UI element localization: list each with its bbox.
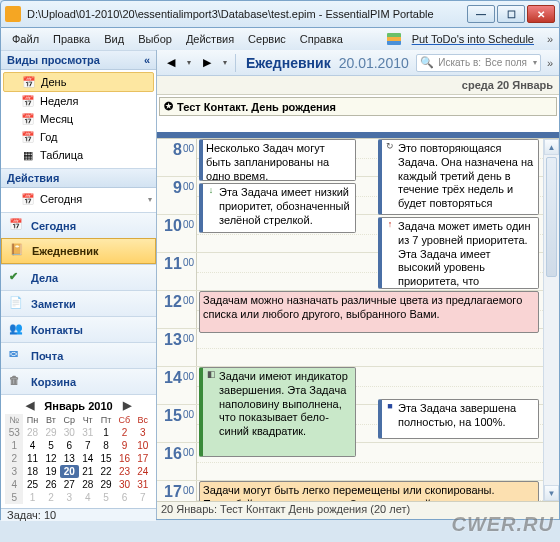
toolbar-overflow-icon[interactable]: »	[545, 52, 555, 74]
cal-day[interactable]: 29	[97, 478, 115, 491]
cal-day[interactable]: 2	[42, 491, 60, 504]
nav-Дела[interactable]: ✔Дела	[1, 264, 156, 290]
view-item-1[interactable]: 📅Неделя	[1, 92, 156, 110]
view-item-0[interactable]: 📅День	[3, 72, 154, 92]
nav-Корзина[interactable]: 🗑Корзина	[1, 368, 156, 394]
nav-Заметки[interactable]: 📄Заметки	[1, 290, 156, 316]
cal-day[interactable]: 6	[60, 439, 78, 452]
cal-day[interactable]: 28	[23, 426, 41, 439]
action-item-0[interactable]: 📅Сегодня▾	[1, 190, 156, 208]
view-item-2[interactable]: 📅Месяц	[1, 110, 156, 128]
cal-day[interactable]: 3	[60, 491, 78, 504]
appointment[interactable]: ■Эта Задача завершена полностью, на 100%…	[378, 399, 539, 439]
nav-back-drop[interactable]: ▾	[185, 53, 193, 73]
nav-Контакты[interactable]: 👥Контакты	[1, 316, 156, 342]
time-grid[interactable]: 8009001000110012001300140015001600170018…	[157, 139, 559, 501]
cal-day[interactable]: 16	[115, 452, 133, 465]
cal-day[interactable]: 30	[60, 426, 78, 439]
nav-fwd-button[interactable]: ▶	[197, 53, 217, 73]
actions-tree: 📅Сегодня▾	[1, 188, 156, 212]
search-input[interactable]	[485, 57, 529, 68]
cal-day[interactable]: 14	[79, 452, 97, 465]
scroll-down-button[interactable]: ▼	[544, 485, 559, 501]
nav-Сегодня[interactable]: 📅Сегодня	[1, 212, 156, 238]
cal-day[interactable]: 31	[134, 478, 152, 491]
appointment[interactable]: Несколько Задач могут быть запланированы…	[199, 139, 356, 181]
close-button[interactable]: ✕	[527, 5, 555, 23]
cal-day[interactable]: 7	[79, 439, 97, 452]
allday-empty-row[interactable]	[157, 118, 559, 132]
cal-day[interactable]: 13	[60, 452, 78, 465]
menu-service[interactable]: Сервис	[241, 30, 293, 48]
cal-day[interactable]: 23	[115, 465, 133, 478]
scroll-thumb[interactable]	[546, 157, 557, 277]
cal-day[interactable]: 5	[97, 491, 115, 504]
appointment[interactable]: Задачам можно назначать различные цвета …	[199, 291, 539, 333]
allday-event[interactable]: ✪ Тест Контакт. День рождения	[159, 97, 557, 116]
nav-Ежедневник[interactable]: 📔Ежедневник	[1, 238, 156, 264]
vertical-scrollbar[interactable]: ▲ ▼	[543, 139, 559, 501]
appointment[interactable]: Задачи могут быть легко перемещены или с…	[199, 481, 539, 501]
cal-day[interactable]: 15	[97, 452, 115, 465]
cal-day[interactable]: 4	[23, 439, 41, 452]
cal-day[interactable]: 24	[134, 465, 152, 478]
cal-day[interactable]: 1	[23, 491, 41, 504]
hour-label: 800	[157, 139, 197, 176]
toolbar-overflow-icon[interactable]: »	[545, 28, 555, 50]
cal-day[interactable]: 12	[42, 452, 60, 465]
scroll-up-button[interactable]: ▲	[544, 139, 559, 155]
cal-day[interactable]: 18	[23, 465, 41, 478]
cal-prev-button[interactable]: ◀	[22, 399, 38, 412]
cal-day[interactable]: 22	[97, 465, 115, 478]
search-box[interactable]: 🔍 Искать в: ▾	[416, 54, 541, 72]
cal-day[interactable]: 8	[97, 439, 115, 452]
menu-file[interactable]: Файл	[5, 30, 46, 48]
day-header[interactable]: среда 20 Январь	[157, 76, 559, 95]
cal-day[interactable]: 1	[97, 426, 115, 439]
appointment[interactable]: ◧Задачи имеют индикатор завершения. Эта …	[199, 367, 356, 457]
cal-day[interactable]: 20	[60, 465, 78, 478]
scroll-track[interactable]	[544, 155, 559, 485]
schedule-icon	[387, 33, 401, 45]
appointment[interactable]: ↑Задача может иметь один из 7 уровней пр…	[378, 217, 539, 289]
nav-back-button[interactable]: ◀	[161, 53, 181, 73]
nav-fwd-drop[interactable]: ▾	[221, 53, 229, 73]
cal-day[interactable]: 21	[79, 465, 97, 478]
cal-day[interactable]: 2	[115, 426, 133, 439]
minimize-button[interactable]: —	[467, 5, 495, 23]
cal-next-button[interactable]: ▶	[119, 399, 135, 412]
appointment[interactable]: ↓Эта Задача имеет низкий приоритет, обоз…	[199, 183, 356, 233]
cal-day[interactable]: 31	[79, 426, 97, 439]
cal-day[interactable]: 26	[42, 478, 60, 491]
views-header[interactable]: Виды просмотра «	[1, 50, 156, 70]
mini-calendar-grid[interactable]: №ПнВтСрЧтПтСбВс5328293031123145678910211…	[5, 414, 152, 504]
cal-day[interactable]: 9	[115, 439, 133, 452]
cal-day[interactable]: 28	[79, 478, 97, 491]
cal-day[interactable]: 29	[42, 426, 60, 439]
cal-day[interactable]: 3	[134, 426, 152, 439]
cal-day[interactable]: 6	[115, 491, 133, 504]
appointment[interactable]: ↻Это повторяющаяся Задача. Она назначена…	[378, 139, 539, 215]
cal-day[interactable]: 4	[79, 491, 97, 504]
actions-header[interactable]: Действия	[1, 168, 156, 188]
cal-day[interactable]: 5	[42, 439, 60, 452]
nav-Почта[interactable]: ✉Почта	[1, 342, 156, 368]
view-item-3[interactable]: 📅Год	[1, 128, 156, 146]
cal-day[interactable]: 30	[115, 478, 133, 491]
maximize-button[interactable]: ☐	[497, 5, 525, 23]
cal-day[interactable]: 11	[23, 452, 41, 465]
menu-help[interactable]: Справка	[293, 30, 350, 48]
cal-day[interactable]: 19	[42, 465, 60, 478]
menu-actions[interactable]: Действия	[179, 30, 241, 48]
put-todo-link[interactable]: Put ToDo's into Schedule	[387, 30, 545, 48]
cal-day[interactable]: 10	[134, 439, 152, 452]
dropdown-icon[interactable]: ▾	[533, 58, 537, 67]
cal-day[interactable]: 17	[134, 452, 152, 465]
cal-day[interactable]: 7	[134, 491, 152, 504]
menu-edit[interactable]: Правка	[46, 30, 97, 48]
menu-view[interactable]: Вид	[97, 30, 131, 48]
cal-day[interactable]: 27	[60, 478, 78, 491]
cal-day[interactable]: 25	[23, 478, 41, 491]
view-item-4[interactable]: ▦Таблица	[1, 146, 156, 164]
menu-select[interactable]: Выбор	[131, 30, 179, 48]
